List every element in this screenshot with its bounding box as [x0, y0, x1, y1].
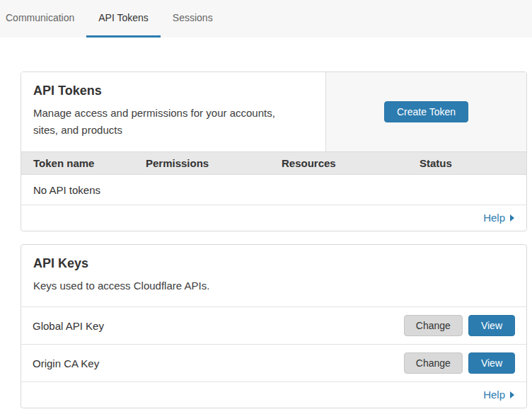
profile-tab-bar: Communication API Tokens Sessions — [0, 0, 532, 38]
api-tokens-card: API Tokens Manage access and permissions… — [21, 71, 527, 231]
caret-right-icon — [510, 391, 514, 398]
api-keys-help-link[interactable]: Help — [483, 389, 514, 401]
create-token-button[interactable]: Create Token — [384, 101, 468, 122]
tab-sessions[interactable]: Sessions — [161, 0, 225, 38]
change-global-api-key-button[interactable]: Change — [404, 315, 463, 336]
api-tokens-description: Manage access and permissions for your a… — [33, 105, 297, 139]
view-origin-ca-key-button[interactable]: View — [468, 352, 515, 374]
api-tokens-card-header-text: API Tokens Manage access and permissions… — [21, 72, 325, 151]
api-tokens-help-link[interactable]: Help — [483, 212, 514, 224]
key-row-origin-ca-key: Origin CA Key Change View — [21, 344, 526, 381]
caret-right-icon — [510, 214, 514, 222]
help-link-label: Help — [483, 389, 505, 401]
tokens-empty-state: No API tokens — [21, 175, 526, 205]
tokens-column-resources: Resources — [282, 157, 420, 169]
tokens-column-token-name: Token name — [33, 157, 146, 169]
tokens-column-status: Status — [420, 157, 526, 169]
api-keys-title: API Keys — [33, 256, 514, 271]
tokens-table-header: Token name Permissions Resources Status — [21, 151, 526, 175]
api-keys-card: API Keys Keys used to access Cloudflare … — [21, 244, 527, 408]
api-tokens-card-footer: Help — [21, 205, 526, 231]
key-label-origin-ca-key: Origin CA Key — [33, 357, 404, 369]
api-tokens-card-header: API Tokens Manage access and permissions… — [21, 72, 526, 151]
key-label-global-api-key: Global API Key — [33, 320, 404, 332]
api-keys-card-header: API Keys Keys used to access Cloudflare … — [21, 245, 526, 306]
view-global-api-key-button[interactable]: View — [468, 315, 515, 336]
help-link-label: Help — [483, 212, 505, 224]
api-tokens-card-action-area: Create Token — [325, 72, 526, 151]
change-origin-ca-key-button[interactable]: Change — [404, 352, 463, 374]
tokens-column-permissions: Permissions — [146, 157, 282, 169]
api-keys-description: Keys used to access Cloudflare APIs. — [33, 277, 514, 294]
api-tokens-title: API Tokens — [33, 84, 297, 98]
api-keys-card-footer: Help — [21, 381, 526, 408]
tab-communication[interactable]: Communication — [6, 0, 86, 38]
tab-api-tokens[interactable]: API Tokens — [86, 0, 161, 38]
key-row-global-api-key: Global API Key Change View — [21, 306, 526, 344]
